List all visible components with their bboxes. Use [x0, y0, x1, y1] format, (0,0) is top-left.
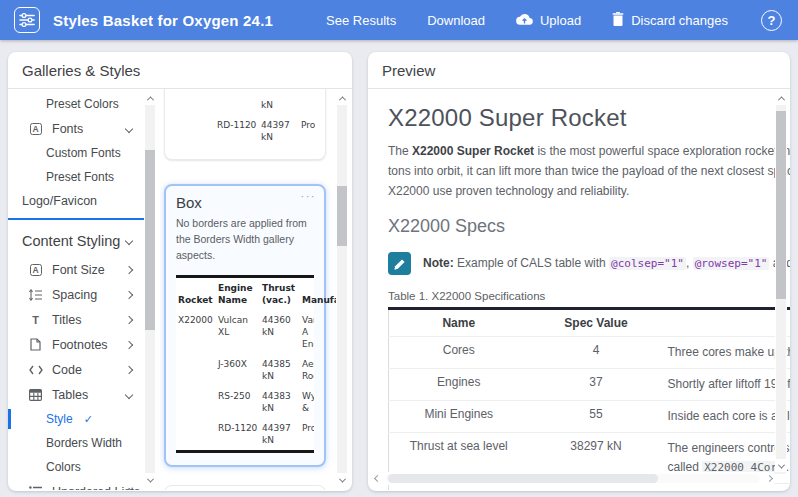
sidebar-item-preset-colors[interactable]: Preset Colors: [8, 92, 160, 116]
column-header: Rocket: [176, 277, 216, 311]
chevron-right-icon: [125, 340, 133, 348]
sidebar-item-titles[interactable]: TTitles: [8, 307, 160, 332]
attribute-code: @colsep="1": [609, 257, 686, 270]
rocket-table-partial: kNRD-112044397 kNProgress: [175, 95, 315, 147]
sidebar-item-label: Code: [52, 363, 82, 377]
preview-panel-title: Preview: [368, 52, 790, 89]
spec-desc-cell: Inside each core is a cluster of 55 m: [664, 401, 791, 433]
cards-scrollbar-thumb[interactable]: [337, 186, 347, 246]
help-button[interactable]: ?: [761, 10, 782, 31]
table-cell: 44397 kN: [259, 115, 299, 147]
sidebar-item-label: Font Size: [52, 263, 105, 277]
table-row: Cores4Three cores make up the first stag…: [389, 337, 791, 369]
sidebar-item-fonts[interactable]: AFonts: [8, 116, 160, 141]
table-header-row: NameSpec Value: [389, 309, 791, 337]
table-cell: [299, 95, 315, 115]
table-cell: [175, 115, 215, 147]
sidebar-item-spacing[interactable]: Spacing: [8, 282, 160, 307]
table-cell: 44397 kN: [260, 418, 300, 452]
preview-scroll-down-button[interactable]: [775, 460, 787, 472]
table-cell: 44385 kN: [260, 354, 300, 386]
table-cell: X22000: [176, 310, 216, 354]
cloud-upload-icon: [516, 13, 533, 28]
sidebar-item-label: Content Styling: [22, 233, 120, 249]
table-cell: 44360 kN: [260, 310, 300, 354]
table-cell: 44383 kN: [260, 386, 300, 418]
table-cell: RD-1120: [215, 115, 259, 147]
sidebar-item-label: Colors: [46, 460, 81, 474]
card-description: No borders are applied from the Borders …: [176, 215, 314, 263]
table-cell: RD-1120: [216, 418, 260, 452]
topbar: Styles Basket for Oxygen 24.1 See Result…: [0, 0, 798, 40]
sidebar-item-preset-fonts[interactable]: Preset Fonts: [8, 165, 160, 189]
cards-scrollbar[interactable]: [336, 92, 348, 486]
table-row: kN: [175, 95, 315, 115]
sidebar-item-tables[interactable]: Tables: [8, 382, 160, 407]
paragraph-line: tons into orbit, it can lift more than t…: [388, 161, 790, 181]
discard-changes-button[interactable]: Discard changes: [612, 12, 728, 29]
preview-scroll-left-button[interactable]: [372, 476, 382, 481]
preview-vertical-scrollbar[interactable]: [775, 92, 787, 472]
preview-horizontal-scrollbar[interactable]: [372, 472, 774, 485]
table-header-row: RocketEngine NameThrust (vac.)Manufa: [176, 277, 314, 311]
gallery-card-box[interactable]: ··· Box No borders are applied from the …: [164, 184, 326, 467]
nav-scroll-up-button[interactable]: [144, 92, 156, 104]
attribute-code: @rowsep="1": [693, 257, 770, 270]
preview-panel: Preview X22000 Super Rocket The X22000 S…: [368, 52, 790, 491]
font-icon: A: [28, 123, 43, 135]
spacing-icon: [28, 289, 43, 301]
sidebar-item-borders-width[interactable]: Borders Width: [8, 431, 160, 455]
selected-indicator: [8, 409, 11, 429]
table-cell: [176, 386, 216, 418]
sidebar-item-logo-favicon[interactable]: Logo/Favicon: [8, 189, 160, 213]
chevron-right-icon: [125, 265, 133, 273]
chevron-down-icon: [125, 124, 133, 132]
preview-vscrollbar-thumb[interactable]: [776, 111, 786, 299]
desc-line: Shortly after liftoff 19 of the engine: [668, 375, 791, 394]
table-cell: Progress: [300, 418, 314, 452]
table-row: Mini Engines55Inside each core is a clus…: [389, 401, 791, 433]
trash-icon: [612, 12, 624, 29]
card-menu-button[interactable]: ···: [301, 190, 317, 202]
sidebar-item-font-size[interactable]: AFont Size: [8, 257, 160, 282]
spec-table: NameSpec ValueCores4Three cores make up …: [388, 307, 790, 490]
table-cell: [176, 418, 216, 452]
table-caption: Table 1. X22000 Specifications: [388, 290, 790, 302]
nav-scroll-down-button[interactable]: [144, 474, 156, 486]
see-results-button[interactable]: See Results: [326, 13, 396, 28]
app-title: Styles Basket for Oxygen 24.1: [53, 12, 273, 29]
sidebar-item-unordered-lists[interactable]: Unordered Lists: [8, 479, 160, 490]
paragraph-line: X22000 use proven technology and reliabi…: [388, 181, 790, 201]
gallery-card-partial[interactable]: kNRD-112044397 kNProgress: [164, 89, 326, 160]
table-cell: [175, 95, 215, 115]
sidebar-item-style[interactable]: Style✓: [8, 407, 160, 431]
chevron-right-icon: [125, 290, 133, 298]
table-cell: Aerospa Rocketje: [300, 354, 314, 386]
sidebar-item-colors[interactable]: Colors: [8, 455, 160, 479]
check-icon: ✓: [84, 413, 93, 426]
preview-scroll-up-button[interactable]: [775, 92, 787, 104]
nav-scrollbar[interactable]: [144, 92, 156, 486]
spec-desc-cell: Three cores make up the first stage: [664, 337, 791, 369]
cards-scroll-up-button[interactable]: [336, 92, 348, 104]
gallery-card-rounded-corner[interactable]: ··· Rounded Corner No borders are applie…: [164, 485, 326, 490]
doc-paragraph: The X22000 Super Rocket is the most powe…: [388, 141, 790, 201]
chevron-down-icon: [125, 237, 133, 245]
table-cell: [215, 95, 259, 115]
sidebar-item-content-styling[interactable]: Content Styling: [8, 225, 160, 257]
nav-scrollbar-thumb[interactable]: [145, 150, 155, 330]
cards-scroll-down-button[interactable]: [336, 474, 348, 486]
preview-hscrollbar-thumb[interactable]: [388, 474, 658, 483]
column-header: Engine Name: [216, 277, 260, 311]
sidebar-item-code[interactable]: Code: [8, 357, 160, 382]
paragraph-line: The X22000 Super Rocket is the most powe…: [388, 141, 790, 161]
upload-button[interactable]: Upload: [516, 13, 581, 28]
sidebar-item-label: Footnotes: [52, 338, 108, 352]
preview-scroll-right-button[interactable]: [764, 476, 774, 481]
download-button[interactable]: Download: [427, 13, 485, 28]
sidebar-item-label: Fonts: [52, 122, 83, 136]
sidebar-item-custom-fonts[interactable]: Custom Fonts: [8, 141, 160, 165]
sidebar-item-footnotes[interactable]: Footnotes: [8, 332, 160, 357]
app-logo-icon[interactable]: [14, 7, 40, 33]
desc-line: Three cores make up the first stage: [668, 343, 791, 362]
